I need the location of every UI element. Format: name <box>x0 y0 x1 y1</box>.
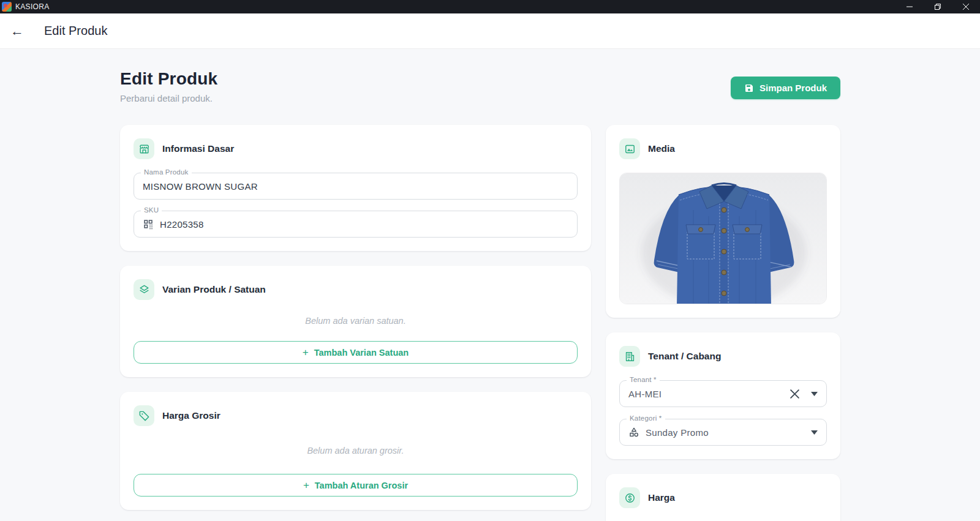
card-informasi-dasar: Informasi Dasar Nama Produk SKU <box>120 125 591 251</box>
building-icon <box>619 346 640 367</box>
category-shapes-icon <box>628 427 639 438</box>
chevron-down-icon[interactable] <box>811 392 818 396</box>
sku-label: SKU <box>141 206 162 214</box>
kategori-label: Kategori * <box>627 414 665 422</box>
kategori-select[interactable]: Kategori * Sunday Promo <box>619 419 827 446</box>
tag-icon <box>134 405 154 426</box>
chevron-down-icon[interactable] <box>811 430 818 435</box>
card-media: Media <box>606 125 840 318</box>
card-title-tenant: Tenant / Cabang <box>648 351 721 362</box>
page-subtitle: Perbarui detail produk. <box>120 93 217 103</box>
card-varian-produk: Varian Produk / Satuan Belum ada varian … <box>120 266 591 377</box>
page-content: Edit Produk Perbarui detail produk. Simp… <box>0 49 980 521</box>
add-grosir-label: Tambah Aturan Grosir <box>315 481 408 490</box>
image-icon <box>619 138 640 159</box>
sku-input[interactable] <box>160 219 568 230</box>
card-title-harga: Harga <box>648 492 675 503</box>
window-titlebar: KASIORA <box>0 0 980 13</box>
restore-button[interactable] <box>924 0 952 13</box>
app-name: KASIORA <box>15 2 49 11</box>
app-logo-icon <box>2 2 12 12</box>
save-product-button[interactable]: Simpan Produk <box>731 77 840 99</box>
minimize-button[interactable] <box>895 0 924 13</box>
grosir-empty-text: Belum ada aturan grosir. <box>134 446 578 455</box>
close-button[interactable] <box>952 0 980 13</box>
add-varian-button[interactable]: + Tambah Varian Satuan <box>134 341 578 364</box>
plus-icon: + <box>303 347 309 358</box>
card-title-media: Media <box>648 143 675 154</box>
card-tenant-cabang: Tenant / Cabang Tenant * AH-MEI <box>606 332 840 459</box>
card-title-informasi-dasar: Informasi Dasar <box>162 143 234 154</box>
tenant-label: Tenant * <box>627 376 660 383</box>
dollar-circle-icon <box>619 487 640 508</box>
minimize-icon <box>907 4 913 10</box>
nama-produk-label: Nama Produk <box>141 168 192 176</box>
card-harga-grosir: Harga Grosir Belum ada aturan grosir. + … <box>120 392 591 510</box>
page-title: Edit Produk <box>120 69 217 89</box>
tenant-value: AH-MEI <box>628 389 785 399</box>
layers-icon <box>134 279 154 300</box>
store-icon <box>134 138 154 159</box>
add-varian-label: Tambah Varian Satuan <box>314 348 409 358</box>
save-icon <box>744 83 754 93</box>
plus-icon: + <box>303 480 309 490</box>
qr-code-icon <box>143 219 154 230</box>
app-header: ← Edit Produk <box>0 13 980 49</box>
back-button[interactable]: ← <box>5 19 29 43</box>
page-head: Edit Produk Perbarui detail produk. Simp… <box>120 69 840 103</box>
kategori-value: Sunday Promo <box>646 427 806 438</box>
card-title-varian: Varian Produk / Satuan <box>162 284 266 295</box>
card-harga: Harga <box>606 474 840 521</box>
clear-tenant-icon[interactable] <box>790 389 800 399</box>
nama-produk-field[interactable]: Nama Produk <box>134 173 578 200</box>
close-icon <box>963 4 969 10</box>
nama-produk-input[interactable] <box>143 181 568 192</box>
appbar-title: Edit Produk <box>44 24 107 38</box>
product-image[interactable] <box>619 173 827 304</box>
restore-icon <box>935 4 941 10</box>
card-title-harga-grosir: Harga Grosir <box>162 410 221 421</box>
denim-shirt-illustration <box>620 173 827 304</box>
tenant-select[interactable]: Tenant * AH-MEI <box>619 380 827 407</box>
add-grosir-button[interactable]: + Tambah Aturan Grosir <box>134 474 578 497</box>
sku-field[interactable]: SKU <box>134 211 578 238</box>
varian-empty-text: Belum ada varian satuan. <box>134 316 578 326</box>
save-button-label: Simpan Produk <box>760 83 827 93</box>
